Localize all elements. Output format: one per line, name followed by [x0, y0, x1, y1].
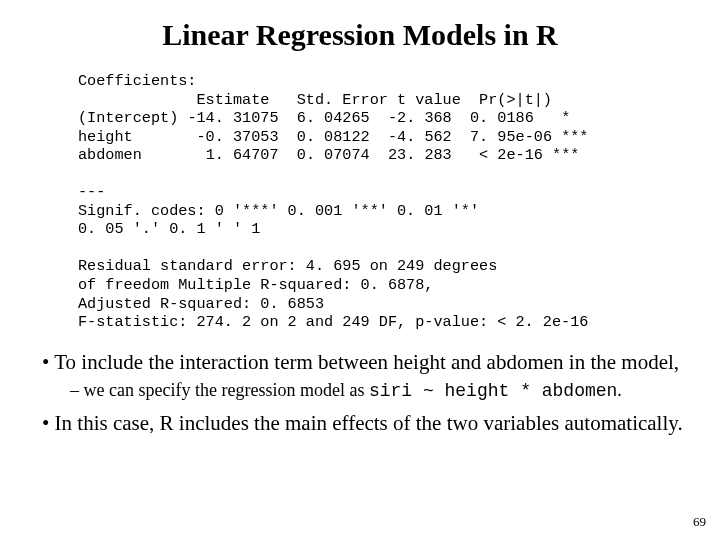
col-pvalue: Pr(>|t|) — [479, 91, 552, 109]
row-height-stars: *** — [561, 128, 588, 146]
r-output-block: Coefficients: Estimate Std. Error t valu… — [78, 72, 720, 332]
bullet-1-sub: we can specify the regression model as s… — [70, 379, 692, 403]
row-intercept-stars: * — [561, 109, 570, 127]
page-number: 69 — [693, 514, 706, 530]
row-height-se: 0. 08122 — [297, 128, 370, 146]
bullet-2-text: In this case, R includes the main effect… — [55, 411, 683, 435]
row-height-t: -4. 562 — [388, 128, 452, 146]
col-tvalue: t value — [397, 91, 461, 109]
bullet-1: To include the interaction term between … — [42, 350, 692, 403]
page-title: Linear Regression Models in R — [0, 0, 720, 52]
bullet-1-text: To include the interaction term between … — [54, 350, 679, 374]
signif-line1: Signif. codes: 0 '***' 0. 001 '**' 0. 01… — [78, 202, 479, 220]
col-estimate: Estimate — [196, 91, 269, 109]
row-abdomen-name: abdomen — [78, 146, 142, 164]
coeff-header: Coefficients: — [78, 72, 196, 90]
bullet-list: To include the interaction term between … — [20, 350, 692, 437]
row-abdomen-est: 1. 64707 — [206, 146, 279, 164]
slide: Linear Regression Models in R Coefficien… — [0, 0, 720, 540]
row-abdomen-p: < 2e-16 — [479, 146, 543, 164]
stats-line2: of freedom Multiple R-squared: 0. 6878, — [78, 276, 433, 294]
row-intercept-t: -2. 368 — [388, 109, 452, 127]
signif-line2: 0. 05 '.' 0. 1 ' ' 1 — [78, 220, 260, 238]
row-abdomen-stars: *** — [552, 146, 579, 164]
bullet-1-sub-prefix: we can specify the regression model as — [84, 380, 369, 400]
row-intercept-p: 0. 0186 — [470, 109, 534, 127]
signif-sep: --- — [78, 183, 105, 201]
row-height-name: height — [78, 128, 133, 146]
col-stderr: Std. Error — [297, 91, 388, 109]
bullet-2: In this case, R includes the main effect… — [42, 411, 692, 437]
row-intercept-est: -14. 31075 — [187, 109, 278, 127]
row-abdomen-t: 23. 283 — [388, 146, 452, 164]
row-height-p: 7. 95e-06 — [470, 128, 552, 146]
row-abdomen-se: 0. 07074 — [297, 146, 370, 164]
stats-line4: F-statistic: 274. 2 on 2 and 249 DF, p-v… — [78, 313, 588, 331]
inline-code-formula: siri ~ height * abdomen — [369, 381, 617, 401]
row-intercept-name: (Intercept) — [78, 109, 178, 127]
row-intercept-se: 6. 04265 — [297, 109, 370, 127]
stats-line1: Residual standard error: 4. 695 on 249 d… — [78, 257, 497, 275]
stats-line3: Adjusted R-squared: 0. 6853 — [78, 295, 324, 313]
bullet-1-sub-suffix: . — [617, 380, 622, 400]
row-height-est: -0. 37053 — [197, 128, 279, 146]
